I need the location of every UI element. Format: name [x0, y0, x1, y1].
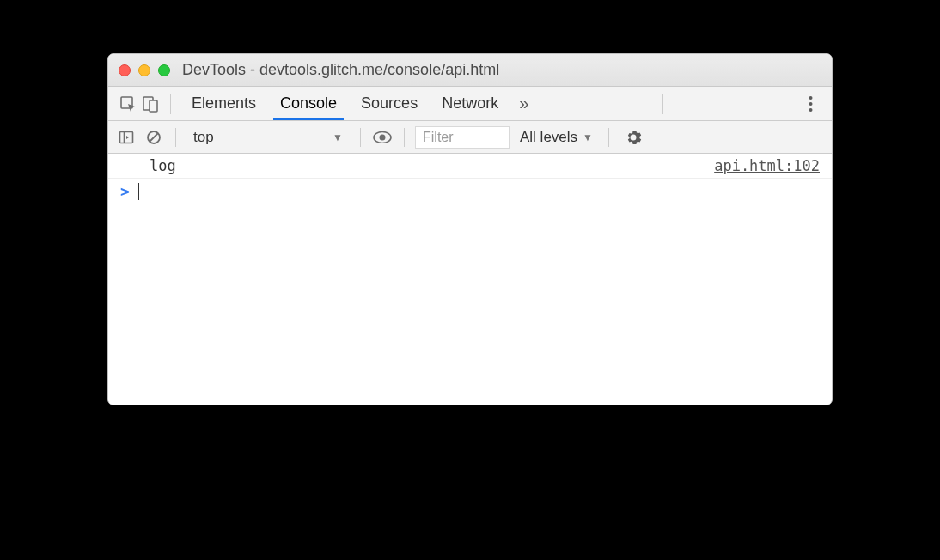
devtools-window: DevTools - devtools.glitch.me/console/ap…: [107, 53, 833, 405]
tab-sources[interactable]: Sources: [349, 87, 430, 120]
chevron-down-icon: ▼: [333, 131, 343, 143]
filter-input[interactable]: [415, 126, 510, 149]
toolbar-divider: [360, 128, 361, 147]
tab-console[interactable]: Console: [268, 87, 349, 120]
levels-label: All levels: [520, 129, 577, 146]
toolbar-divider: [170, 94, 171, 114]
console-toolbar: top ▼ All levels ▼: [108, 121, 832, 154]
toolbar-divider: [175, 128, 176, 147]
tab-elements[interactable]: Elements: [180, 87, 268, 120]
toolbar-divider: [404, 128, 405, 147]
svg-line-9: [150, 133, 158, 142]
prompt-caret-icon: >: [120, 182, 130, 200]
svg-rect-2: [150, 100, 157, 112]
inspect-element-icon[interactable]: [117, 93, 139, 115]
svg-point-11: [380, 134, 386, 140]
chevron-down-icon: ▼: [583, 131, 593, 143]
svg-point-3: [809, 96, 812, 100]
window-controls: [119, 64, 170, 76]
main-toolbar: Elements Console Sources Network »: [108, 87, 832, 121]
settings-menu-button[interactable]: [797, 95, 823, 113]
close-window-button[interactable]: [119, 64, 131, 76]
tab-network[interactable]: Network: [430, 87, 510, 120]
panel-tabs: Elements Console Sources Network »: [180, 87, 537, 120]
svg-point-5: [809, 108, 812, 112]
clear-console-icon[interactable]: [143, 126, 165, 149]
console-prompt[interactable]: >: [108, 179, 832, 204]
titlebar: DevTools - devtools.glitch.me/console/ap…: [108, 54, 832, 87]
log-levels-selector[interactable]: All levels ▼: [515, 129, 598, 146]
console-log-entry: log api.html:102: [108, 154, 832, 179]
toolbar-divider: [662, 94, 663, 114]
device-toolbar-icon[interactable]: [139, 93, 162, 115]
text-cursor: [138, 183, 140, 200]
more-tabs-button[interactable]: »: [510, 87, 537, 120]
log-source-link[interactable]: api.html:102: [714, 157, 820, 174]
toolbar-divider: [608, 128, 609, 147]
minimize-window-button[interactable]: [138, 64, 150, 76]
live-expression-icon[interactable]: [371, 126, 394, 149]
window-title: DevTools - devtools.glitch.me/console/ap…: [182, 61, 499, 79]
context-label: top: [193, 129, 214, 146]
zoom-window-button[interactable]: [158, 64, 170, 76]
log-message: log: [150, 157, 176, 174]
execution-context-selector[interactable]: top ▼: [186, 127, 350, 148]
console-settings-icon[interactable]: [625, 129, 642, 146]
toggle-console-sidebar-icon[interactable]: [115, 126, 137, 149]
console-output: log api.html:102 >: [108, 154, 832, 405]
svg-point-4: [809, 102, 812, 106]
